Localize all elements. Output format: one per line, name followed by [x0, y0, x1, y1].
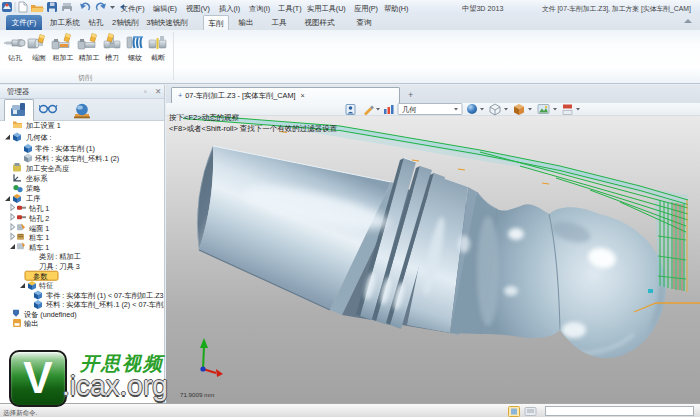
svg-text:钻孔 1: 钻孔 1	[28, 204, 49, 213]
svg-text:端面 1: 端面 1	[29, 224, 49, 233]
svg-text:工序: 工序	[26, 194, 40, 203]
svg-text:特征: 特征	[39, 281, 53, 290]
svg-text:策略: 策略	[26, 184, 40, 193]
svg-text:坯料 : 实体车削_坯料.1 (2): 坯料 : 实体车削_坯料.1 (2)	[34, 154, 119, 163]
svg-text:刀具 : 刀具 3: 刀具 : 刀具 3	[39, 262, 80, 271]
svg-text:几何体 :: 几何体 :	[26, 133, 52, 142]
svg-text:粗车 1: 粗车 1	[28, 233, 49, 242]
svg-text:71.9009 mm: 71.9009 mm	[180, 391, 214, 398]
svg-text:几何: 几何	[402, 105, 417, 114]
svg-text:加工安全高度: 加工安全高度	[26, 164, 69, 173]
svg-text:零件 : 实体车削 (1) < 07-车削加工.Z3: 零件 : 实体车削 (1) < 07-车削加工.Z3	[46, 291, 164, 300]
svg-text:设备 (undefined): 设备 (undefined)	[24, 310, 77, 319]
svg-text:类别 : 精加工: 类别 : 精加工	[39, 252, 81, 261]
svg-text:参数: 参数	[33, 272, 48, 281]
svg-text:精车 1: 精车 1	[29, 243, 49, 252]
svg-text:钻孔 2: 钻孔 2	[28, 214, 49, 223]
svg-text:加工设置 1: 加工设置 1	[26, 121, 61, 130]
svg-text:输出: 输出	[24, 319, 38, 328]
svg-text:坐标系: 坐标系	[26, 174, 48, 183]
svg-text:坯料 : 实体车削_坯料.1 (2) < 07-车削加工: 坯料 : 实体车削_坯料.1 (2) < 07-车削加工	[45, 300, 164, 309]
svg-text:零件 : 实体车削 (1): 零件 : 实体车削 (1)	[35, 144, 95, 153]
